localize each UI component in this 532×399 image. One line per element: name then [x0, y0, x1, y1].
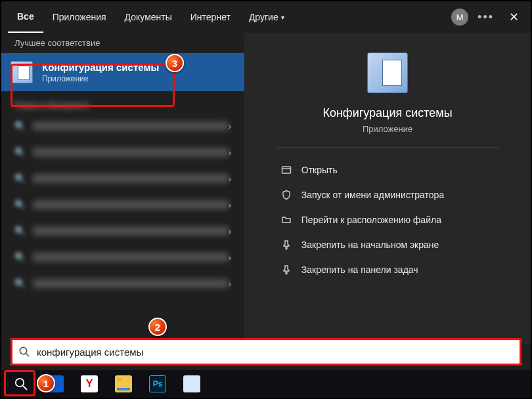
msconfig-large-icon — [367, 52, 408, 93]
svg-rect-0 — [282, 167, 290, 173]
search-bar[interactable] — [11, 339, 521, 365]
chevron-right-icon: › — [229, 148, 231, 158]
yandex-icon: Y — [81, 375, 98, 392]
folder-icon — [115, 375, 132, 392]
web-result[interactable]: 🔍› — [1, 218, 244, 244]
tab-apps[interactable]: Приложения — [43, 1, 116, 33]
pin-icon — [280, 264, 292, 276]
chevron-right-icon: › — [229, 226, 231, 236]
result-preview: Конфигурация системы Приложение Открыть … — [244, 33, 531, 344]
search-web-heading: Поиск в Интернете — [1, 91, 244, 113]
search-icon: 🔍 — [14, 173, 25, 184]
windows-search-panel: Все Приложения Документы Интернет Другие… — [1, 1, 531, 398]
taskbar-explorer-icon[interactable] — [108, 371, 139, 397]
search-icon: 🔍 — [14, 200, 25, 210]
preview-title: Конфигурация системы — [322, 106, 452, 120]
web-result[interactable]: 🔍› — [1, 165, 244, 192]
web-result[interactable]: 🔍› — [1, 270, 244, 297]
close-button[interactable]: ✕ — [503, 7, 524, 28]
best-match-subtitle: Приложение — [42, 74, 159, 83]
web-result[interactable]: 🔍› — [1, 244, 244, 270]
action-pin-taskbar[interactable]: Закрепить на панели задач — [277, 258, 499, 282]
web-result[interactable]: 🔍› — [1, 139, 244, 165]
best-match-heading: Лучшее соответствие — [1, 33, 244, 53]
search-icon: 🔍 — [14, 252, 25, 262]
action-open[interactable]: Открыть — [277, 158, 499, 182]
search-input[interactable] — [37, 346, 514, 358]
more-options-button[interactable]: ••• — [477, 10, 494, 24]
chevron-right-icon: › — [229, 121, 231, 131]
chevron-down-icon: ▾ — [281, 14, 284, 21]
taskbar-yandex-icon[interactable]: Y — [74, 371, 105, 397]
search-icon — [18, 346, 30, 358]
folder-icon — [280, 214, 292, 226]
snipping-icon — [183, 375, 200, 392]
divider — [277, 147, 499, 148]
chevron-right-icon: › — [229, 200, 231, 210]
best-match-result[interactable]: Конфигурация системы Приложение — [1, 53, 244, 91]
chevron-right-icon: › — [229, 253, 231, 262]
taskbar: Y Ps — [1, 370, 531, 398]
action-pin-start[interactable]: Закрепить на начальном экране — [277, 233, 499, 257]
user-avatar[interactable]: М — [451, 9, 468, 26]
svg-line-4 — [23, 386, 27, 390]
photoshop-icon: Ps — [149, 375, 166, 392]
search-icon: 🔍 — [14, 278, 25, 289]
taskbar-calendar-icon[interactable] — [39, 371, 71, 397]
web-result[interactable]: 🔍› — [1, 113, 244, 139]
open-icon — [280, 164, 292, 176]
svg-line-2 — [26, 354, 30, 357]
results-list: Лучшее соответствие Конфигурация системы… — [1, 33, 244, 344]
calendar-icon — [47, 375, 64, 392]
taskbar-search-button[interactable] — [5, 371, 37, 397]
msconfig-icon — [11, 61, 33, 83]
svg-point-3 — [16, 379, 24, 387]
tab-more[interactable]: Другие ▾ — [240, 1, 294, 33]
chevron-right-icon: › — [229, 174, 231, 184]
search-icon: 🔍 — [14, 147, 25, 158]
shield-icon — [280, 189, 292, 201]
taskbar-photoshop-icon[interactable]: Ps — [142, 371, 173, 397]
best-match-title: Конфигурация системы — [42, 62, 159, 73]
action-open-location[interactable]: Перейти к расположению файла — [277, 208, 499, 232]
tab-all[interactable]: Все — [8, 1, 43, 33]
search-icon: 🔍 — [14, 226, 25, 236]
search-scope-tabs: Все Приложения Документы Интернет Другие… — [1, 1, 531, 33]
web-result[interactable]: 🔍› — [1, 192, 244, 218]
chevron-right-icon: › — [229, 279, 231, 289]
search-icon: 🔍 — [14, 121, 25, 131]
pin-icon — [280, 239, 292, 251]
tab-web[interactable]: Интернет — [181, 1, 240, 33]
tab-more-label: Другие — [249, 12, 278, 22]
svg-point-1 — [20, 347, 26, 354]
preview-subtitle: Приложение — [363, 124, 412, 134]
tab-docs[interactable]: Документы — [116, 1, 181, 33]
taskbar-snipping-icon[interactable] — [176, 371, 208, 397]
action-run-as-admin[interactable]: Запуск от имени администратора — [277, 183, 499, 207]
